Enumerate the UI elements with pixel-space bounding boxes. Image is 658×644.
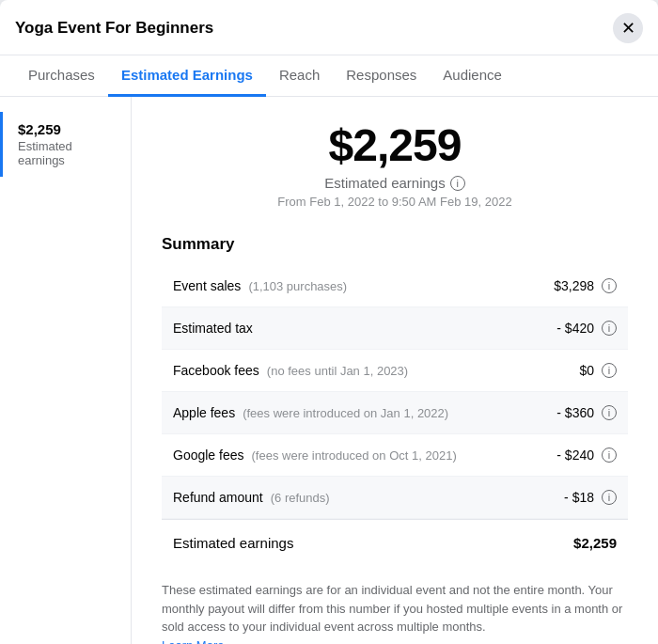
event-sales-label: Event sales [173, 278, 241, 293]
learn-more-link[interactable]: Learn More [162, 638, 224, 645]
apple-fees-label: Apple fees [173, 405, 235, 420]
estimated-tax-label: Estimated tax [173, 321, 253, 336]
tab-audience[interactable]: Audience [430, 55, 515, 97]
estimated-tax-info-icon[interactable]: i [602, 321, 617, 336]
summary-row-right-apple-fees: - $360 i [538, 405, 617, 420]
sidebar-label: Estimated earnings [18, 139, 116, 167]
sidebar: $2,259 Estimated earnings [0, 97, 132, 644]
apple-fees-info-icon[interactable]: i [602, 405, 617, 420]
modal: Yoga Event For Beginners ✕ Purchases Est… [0, 0, 658, 644]
summary-total-label: Estimated earnings [173, 535, 293, 551]
modal-header: Yoga Event For Beginners ✕ [0, 0, 658, 55]
sidebar-item-earnings[interactable]: $2,259 Estimated earnings [0, 112, 131, 177]
summary-row-facebook-fees: Facebook fees (no fees until Jan 1, 2023… [162, 350, 628, 392]
tabs-bar: Purchases Estimated Earnings Reach Respo… [0, 55, 658, 97]
summary-title: Summary [162, 235, 628, 254]
summary-row-estimated-tax: Estimated tax - $420 i [162, 307, 628, 350]
summary-row-label-facebook-fees: Facebook fees (no fees until Jan 1, 2023… [173, 363, 408, 378]
google-fees-info-icon[interactable]: i [602, 448, 617, 463]
google-fees-label: Google fees [173, 448, 244, 463]
earnings-date: From Feb 1, 2022 to 9:50 AM Feb 19, 2022 [162, 195, 628, 209]
summary-row-label-apple-fees: Apple fees (fees were introduced on Jan … [173, 405, 448, 420]
summary-row-right-google-fees: - $240 i [538, 448, 617, 463]
tab-responses[interactable]: Responses [333, 55, 430, 97]
apple-fees-value: - $360 [538, 405, 594, 420]
summary-row-right-event-sales: $3,298 i [538, 278, 617, 293]
summary-row-apple-fees: Apple fees (fees were introduced on Jan … [162, 392, 628, 434]
earnings-label-row: Estimated earnings i [162, 175, 628, 191]
facebook-fees-label: Facebook fees [173, 363, 259, 378]
summary-row-right-estimated-tax: - $420 i [538, 321, 617, 336]
google-fees-value: - $240 [538, 448, 594, 463]
refund-amount-value: - $18 [538, 490, 594, 505]
event-sales-info-icon[interactable]: i [602, 278, 617, 293]
summary-row-refund-amount: Refund amount (6 refunds) - $18 i [162, 477, 628, 519]
summary-total-value: $2,259 [573, 535, 617, 551]
sidebar-value: $2,259 [18, 121, 116, 137]
tab-estimated-earnings[interactable]: Estimated Earnings [108, 55, 266, 97]
summary-section: Summary Event sales (1,103 purchases) $3… [162, 235, 628, 644]
apple-fees-sublabel: (fees were introduced on Jan 1, 2022) [243, 406, 448, 420]
earnings-hero: $2,259 Estimated earnings i From Feb 1, … [162, 119, 628, 209]
summary-total-row: Estimated earnings $2,259 [162, 519, 628, 566]
content-area: $2,259 Estimated earnings $2,259 Estimat… [0, 97, 658, 644]
event-sales-sublabel: (1,103 purchases) [248, 279, 347, 293]
facebook-fees-info-icon[interactable]: i [602, 363, 617, 378]
earnings-label-text: Estimated earnings [324, 175, 445, 191]
main-content: $2,259 Estimated earnings i From Feb 1, … [132, 97, 658, 644]
refund-amount-label: Refund amount [173, 490, 263, 505]
summary-row-google-fees: Google fees (fees were introduced on Oct… [162, 434, 628, 477]
summary-row-right-facebook-fees: $0 i [538, 363, 617, 378]
summary-row-event-sales: Event sales (1,103 purchases) $3,298 i [162, 265, 628, 307]
refund-amount-sublabel: (6 refunds) [271, 491, 330, 505]
facebook-fees-value: $0 [538, 363, 594, 378]
modal-title: Yoga Event For Beginners [15, 19, 213, 49]
footnote: These estimated earnings are for an indi… [162, 581, 628, 644]
refund-amount-info-icon[interactable]: i [602, 490, 617, 505]
summary-row-right-refund-amount: - $18 i [538, 490, 617, 505]
summary-row-label-google-fees: Google fees (fees were introduced on Oct… [173, 448, 457, 463]
footnote-text: These estimated earnings are for an indi… [162, 583, 622, 634]
close-button[interactable]: ✕ [613, 13, 643, 43]
summary-row-label-event-sales: Event sales (1,103 purchases) [173, 278, 347, 293]
summary-row-label-refund-amount: Refund amount (6 refunds) [173, 490, 330, 505]
tab-reach[interactable]: Reach [266, 55, 333, 97]
tab-purchases[interactable]: Purchases [15, 55, 108, 97]
event-sales-value: $3,298 [538, 278, 594, 293]
google-fees-sublabel: (fees were introduced on Oct 1, 2021) [252, 448, 457, 463]
earnings-amount: $2,259 [162, 119, 628, 171]
estimated-tax-value: - $420 [538, 321, 594, 336]
summary-row-label-estimated-tax: Estimated tax [173, 321, 260, 336]
earnings-info-icon[interactable]: i [450, 176, 465, 191]
facebook-fees-sublabel: (no fees until Jan 1, 2023) [267, 364, 408, 378]
